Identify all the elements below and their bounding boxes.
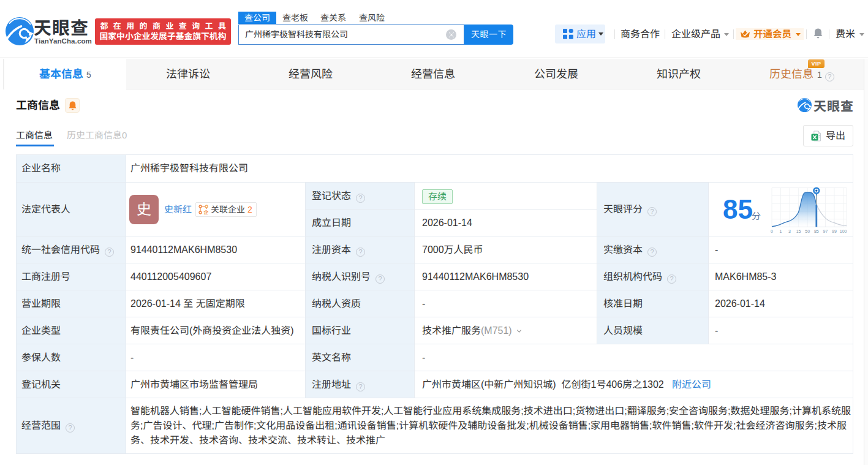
svg-text:15: 15 (796, 229, 801, 233)
svg-text:1: 1 (780, 229, 782, 233)
svg-text:99: 99 (832, 229, 837, 233)
svg-text:100: 100 (840, 229, 847, 233)
svg-text:85: 85 (814, 229, 819, 233)
svg-text:企: 企 (203, 208, 208, 214)
svg-text:50: 50 (805, 229, 810, 233)
svg-text:0: 0 (771, 229, 773, 233)
svg-text:3: 3 (788, 229, 791, 233)
svg-text:97: 97 (823, 229, 828, 233)
